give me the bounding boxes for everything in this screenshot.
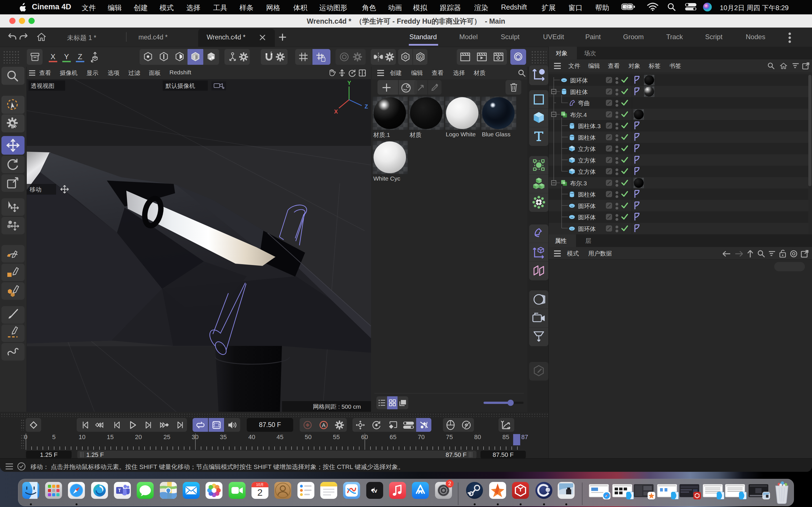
svg-text:Y: Y bbox=[347, 80, 351, 86]
svg-text:移动: 移动 bbox=[30, 186, 42, 193]
svg-text:Z: Z bbox=[364, 103, 368, 110]
svg-text:网格间距 : 500 cm: 网格间距 : 500 cm bbox=[313, 403, 361, 410]
svg-text:X: X bbox=[334, 108, 338, 115]
svg-text:A: A bbox=[322, 422, 326, 428]
svg-text:A: A bbox=[419, 55, 422, 59]
svg-text:透视视图: 透视视图 bbox=[31, 82, 54, 89]
svg-text:默认摄像机: 默认摄像机 bbox=[165, 82, 195, 89]
svg-text:T: T bbox=[118, 488, 121, 493]
